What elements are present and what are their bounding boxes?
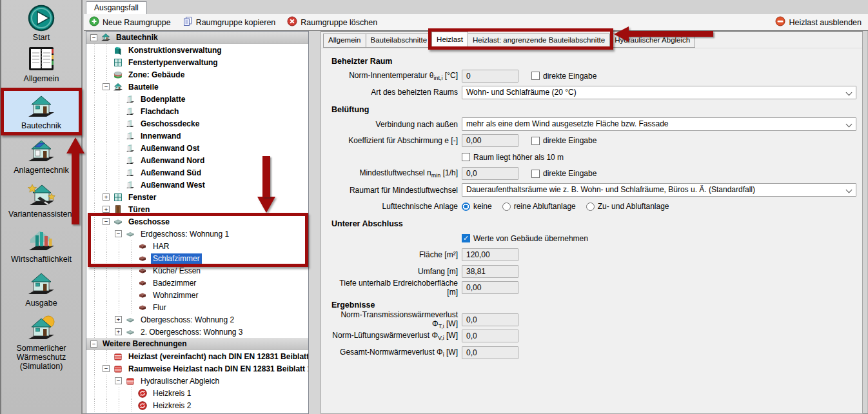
collapse-icon[interactable]: −	[103, 365, 110, 372]
tree-item-badezimmer[interactable]: Badezimmer	[86, 277, 308, 289]
lueftungswaermeverlust-label: Norm-Lüftungswärmeverlust ΦV,i [W]	[331, 331, 458, 341]
tree-item-außenwand-süd[interactable]: Außenwand Süd	[86, 166, 308, 179]
tab-ausgangsfall[interactable]: Ausgangsfall	[86, 1, 147, 14]
room-icon	[137, 253, 149, 264]
tree-item-flur[interactable]: Flur	[86, 301, 308, 313]
chart-icon	[26, 226, 57, 254]
tree-item-heizlast-vereinfacht-nach-din-en-12831-beiblatt-2[interactable]: Heizlast (vereinfacht) nach DIN EN 12831…	[86, 350, 308, 362]
collapse-icon[interactable]: −	[115, 377, 122, 384]
tree-item-erdgeschoss-wohnung-1[interactable]: −Erdgeschoss: Wohnung 1	[86, 228, 308, 240]
tree-item-label: Schlafzimmer	[151, 253, 202, 264]
tab-hydraulischer-abgleich[interactable]: Hydraulischer Abgleich	[609, 34, 695, 48]
window-icon	[113, 192, 124, 202]
tree-item-außenwand-ost[interactable]: Außenwand Ost	[86, 142, 308, 154]
werte-uebernehmen-checkbox[interactable]	[462, 234, 470, 242]
collapse-icon[interactable]: −	[103, 218, 110, 225]
umfang-label: Umfang [m]	[331, 267, 458, 276]
tree-item-label: Fenstertypenverwaltung	[126, 57, 220, 68]
verbindung-dropdown[interactable]: mehr als eine dem Wind ausgesetzte Fläch…	[462, 117, 856, 131]
norm-innentemperatur-input[interactable]: 0	[462, 70, 518, 83]
sidebar-item-variantenassistent[interactable]: Variantenassistent	[3, 179, 79, 221]
raumart-label: Raumart für Mindestluftwechsel	[331, 186, 458, 195]
door-icon	[113, 204, 124, 215]
collapse-icon[interactable]: −	[90, 340, 97, 348]
mindestluftwechsel-input[interactable]: 0,0	[462, 167, 518, 180]
collapse-icon[interactable]: −	[103, 83, 110, 90]
tree-item-küche-essen[interactable]: Küche/ Essen	[86, 264, 308, 277]
tree-item-label: Erdgeschoss: Wohnung 1	[139, 229, 231, 239]
tree-item-har[interactable]: HAR	[86, 240, 308, 252]
mindestluftwechsel-label: Mindestluftwechsel nmin [1/h]	[331, 168, 458, 179]
art-beheizter-raum-dropdown[interactable]: Wohn- und Schlafräume (20 °C)	[462, 86, 856, 99]
direkte-eingabe-checkbox[interactable]	[531, 170, 540, 178]
koeffizient-row: Koeffizient für Abschirmung e [-] 0,00 d…	[331, 133, 862, 150]
tree-item-geschosse[interactable]: −Geschosse	[86, 215, 308, 228]
tree-item-2-obergeschoss-wohnung-3[interactable]: +2. Obergeschoss: Wohnung 3	[86, 326, 308, 338]
house-solar-icon	[26, 137, 57, 165]
new-raumgruppe-button[interactable]: Neue Raumgruppe	[89, 16, 171, 28]
tree-item-geschossdecke[interactable]: Geschossdecke	[86, 117, 308, 130]
sidebar-item-allgemein[interactable]: Allgemein	[3, 44, 79, 85]
tab-heizlast[interactable]: Heizlast	[431, 32, 468, 48]
tab-allgemein[interactable]: Allgemein	[323, 34, 366, 48]
tree-item-raumweise-heizlast-nach-din-en-12831-beiblatt-1[interactable]: −Raumweise Heizlast nach DIN EN 12831 Be…	[86, 362, 308, 375]
tree-item-heizkreis-2[interactable]: Heizkreis 2	[86, 399, 308, 411]
flaeche-input[interactable]: 120,00	[462, 248, 518, 261]
transmissionswaermeverlust-row: Norm-Transmissionswärmeverlust ΦT,i [W] …	[331, 311, 862, 328]
tab-heizlast-angrenzende-bauteilabschnitte[interactable]: Heizlast: angrenzende Bauteilabschnitte	[468, 34, 610, 48]
koeffizient-input[interactable]: 0,00	[462, 134, 518, 147]
tree-item-label: Badezimmer	[151, 278, 198, 288]
tree-item-bauteile[interactable]: −Bauteile	[86, 81, 308, 93]
tiefe-input[interactable]: 0,00	[462, 281, 518, 294]
tree-item-außenwand-nord[interactable]: Außenwand Nord	[86, 154, 308, 166]
collapse-icon[interactable]: −	[90, 34, 97, 41]
delete-raumgruppe-button[interactable]: Raumgruppe löschen	[287, 16, 377, 28]
tree-item-flachdach[interactable]: Flachdach	[86, 105, 308, 117]
project-tree: −BautechnikKonstruktionsverwaltungFenste…	[86, 31, 309, 414]
tree-item-zone-gebäude[interactable]: Zone: Gebäude	[86, 68, 308, 81]
umfang-input[interactable]: 38,81	[462, 265, 518, 278]
tree-item-bautechnik[interactable]: −Bautechnik	[86, 32, 308, 44]
art-beheizter-raum-label: Art des beheizten Raums	[331, 88, 458, 97]
expand-icon[interactable]: +	[115, 316, 122, 323]
sidebar-item-start[interactable]: Start	[3, 3, 79, 44]
raum-hoeher-checkbox[interactable]	[462, 153, 470, 161]
hide-heizlast-button[interactable]: Heizlast ausblenden	[775, 16, 862, 28]
tree-item-außenwand-west[interactable]: Außenwand West	[86, 179, 308, 191]
sidebar-item-ausgabe[interactable]: Ausgabe	[3, 268, 79, 310]
tree-item-bodenplatte[interactable]: Bodenplatte	[86, 93, 308, 105]
tree-item-hydraulischer-abgleich[interactable]: −Hydraulischer Abgleich	[86, 375, 308, 387]
tree-item-obergeschoss-wohnung-2[interactable]: +Obergeschoss: Wohnung 2	[86, 313, 308, 326]
splitter[interactable]	[309, 31, 321, 414]
tree-item-fenster[interactable]: +Fenster	[86, 191, 308, 203]
detail-tab-strip: AllgemeinBauteilabschnitteHeizlastHeizla…	[321, 32, 862, 48]
sidebar-item-sommerlicher-waermeschutz[interactable]: Sommerlicher Wärmeschutz (Simulation)	[3, 313, 79, 373]
expand-icon[interactable]: +	[103, 206, 110, 213]
tree-item-fenstertypenverwaltung[interactable]: Fenstertypenverwaltung	[86, 56, 308, 68]
radio-zu-und-abluftanlage[interactable]	[586, 202, 595, 211]
direkte-eingabe-checkbox[interactable]	[531, 72, 540, 80]
tree-item-konstruktionsverwaltung[interactable]: Konstruktionsverwaltung	[86, 44, 308, 56]
add-icon	[89, 16, 99, 28]
raumart-dropdown[interactable]: Daueraufenthaltsräume wie z. B. Wohn- un…	[462, 183, 856, 197]
radio-reine-abluftanlage[interactable]	[502, 202, 511, 211]
gesamt-normwaermeverlust-value: 0,0	[462, 346, 518, 359]
sidebar-item-anlagentechnik[interactable]: Anlagentechnik	[3, 135, 79, 177]
tree-item-wohnzimmer[interactable]: Wohnzimmer	[86, 289, 308, 301]
direkte-eingabe-checkbox[interactable]	[531, 137, 540, 145]
tree-item-schlafzimmer[interactable]: Schlafzimmer	[86, 252, 308, 264]
tree-item-label: Türen	[126, 204, 152, 215]
tree-item-heizkreis-1[interactable]: Heizkreis 1	[86, 387, 308, 399]
collapse-icon[interactable]: −	[115, 230, 122, 237]
expand-icon[interactable]: +	[103, 193, 110, 201]
copy-raumgruppe-button[interactable]: Raumgruppe kopieren	[182, 16, 276, 28]
window-icon	[113, 57, 124, 68]
sidebar-item-bautechnik[interactable]: Bautechnik	[3, 90, 79, 133]
radio-keine[interactable]	[462, 202, 470, 211]
expand-icon[interactable]: +	[115, 328, 122, 335]
tree-item-türen[interactable]: +Türen	[86, 203, 308, 215]
tab-bauteilabschnitte[interactable]: Bauteilabschnitte	[366, 34, 433, 48]
tree-item-innenwand[interactable]: Innenwand	[86, 130, 308, 142]
sidebar-item-wirtschaftlichkeit[interactable]: Wirtschaftlichkeit	[3, 224, 79, 266]
tree-item-weitere-berechnungen[interactable]: −Weitere Berechnungen	[86, 338, 308, 350]
